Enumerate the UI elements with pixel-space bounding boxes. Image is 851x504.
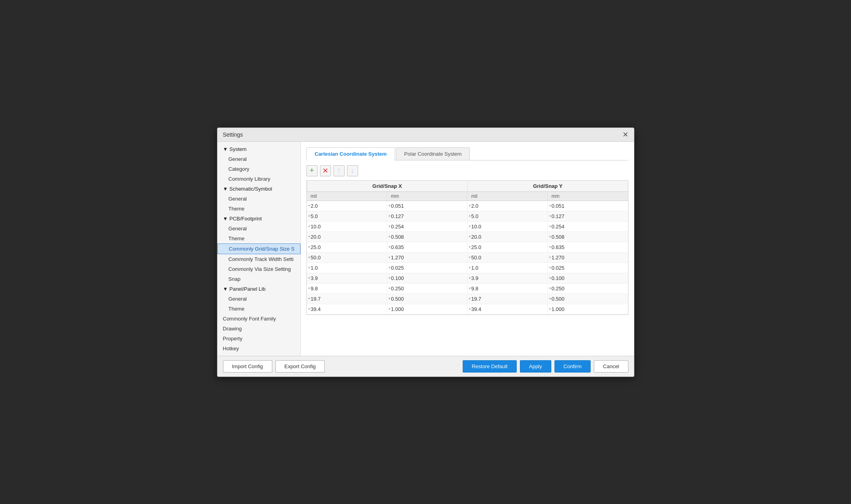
confirm-button[interactable]: Confirm	[554, 360, 591, 373]
cell-y_mm: ✦0.127	[548, 211, 628, 221]
cell-x_mm: ✦0.100	[387, 273, 467, 283]
header-grid-snap-y: Grid/Snap Y	[467, 181, 628, 191]
cell-x_mil: ✦9.8	[307, 284, 387, 294]
subheader-y-mil: mil	[467, 192, 548, 201]
sidebar-item-property[interactable]: Property	[217, 334, 300, 344]
settings-dialog: Settings ✕ ▼ SystemGeneralCategoryCommon…	[217, 127, 634, 377]
dialog-footer: Import Config Export Config Restore Defa…	[217, 356, 634, 377]
dialog-header: Settings ✕	[217, 128, 634, 142]
subheader-y-mm: mm	[548, 192, 628, 201]
cell-x_mm: ✦0.051	[387, 201, 467, 211]
sidebar: ▼ SystemGeneralCategoryCommonly Library▼…	[217, 142, 301, 356]
table-row: ✦1.0✦0.025✦1.0✦0.025	[307, 263, 628, 273]
cell-y_mil: ✦2.0	[467, 201, 548, 211]
cell-y_mil: ✦1.0	[467, 263, 548, 273]
cell-x_mm: ✦0.635	[387, 242, 467, 252]
cell-y_mm: ✦0.635	[548, 242, 628, 252]
cell-x_mil: ✦25.0	[307, 242, 387, 252]
table-row: ✦20.0✦0.508✦20.0✦0.508	[307, 232, 628, 242]
move-up-button[interactable]: ↑	[333, 165, 345, 176]
cell-y_mm: ✦0.051	[548, 201, 628, 211]
cell-x_mil: ✦19.7	[307, 294, 387, 304]
cell-y_mm: ✦0.508	[548, 232, 628, 242]
cell-x_mm: ✦1.270	[387, 253, 467, 263]
cell-y_mil: ✦10.0	[467, 222, 548, 232]
import-config-button[interactable]: Import Config	[223, 360, 272, 373]
tab-polar[interactable]: Polar Coordinate System	[396, 147, 470, 160]
move-down-button[interactable]: ↓	[347, 165, 358, 176]
sidebar-item-panel-general[interactable]: General	[217, 294, 300, 304]
cell-x_mil: ✦20.0	[307, 232, 387, 242]
cell-x_mm: ✦0.127	[387, 211, 467, 221]
cell-y_mil: ✦39.4	[467, 304, 548, 314]
sidebar-item-hotkey[interactable]: Hotkey	[217, 344, 300, 353]
cell-y_mil: ✦5.0	[467, 211, 548, 221]
delete-button[interactable]: ✕	[320, 165, 331, 176]
header-grid-snap-x: Grid/Snap X	[307, 181, 467, 191]
table-row: ✦10.0✦0.254✦10.0✦0.254	[307, 222, 628, 232]
sidebar-item-commonly-via-size[interactable]: Commonly Via Size Setting	[217, 264, 300, 274]
cell-x_mil: ✦1.0	[307, 263, 387, 273]
table-row: ✦2.0✦0.051✦2.0✦0.051	[307, 201, 628, 211]
sidebar-item-panel-panel-lib[interactable]: ▼ Panel/Panel Lib	[217, 284, 300, 294]
dialog-body: ▼ SystemGeneralCategoryCommonly Library▼…	[217, 142, 634, 356]
cell-y_mm: ✦0.500	[548, 294, 628, 304]
cancel-button[interactable]: Cancel	[594, 360, 628, 373]
cell-y_mm: ✦0.025	[548, 263, 628, 273]
dialog-title: Settings	[223, 131, 243, 138]
table-row: ✦3.9✦0.100✦3.9✦0.100	[307, 273, 628, 284]
toolbar: + ✕ ↑ ↓	[306, 165, 628, 176]
cell-y_mil: ✦25.0	[467, 242, 548, 252]
cell-x_mil: ✦39.4	[307, 304, 387, 314]
cell-x_mm: ✦0.500	[387, 294, 467, 304]
sidebar-item-schematic-general[interactable]: General	[217, 194, 300, 204]
sidebar-item-commonly-library[interactable]: Commonly Library	[217, 174, 300, 184]
cell-x_mil: ✦5.0	[307, 211, 387, 221]
sidebar-item-system-general[interactable]: General	[217, 154, 300, 164]
table-row: ✦9.8✦0.250✦9.8✦0.250	[307, 284, 628, 294]
sidebar-item-panel-theme[interactable]: Theme	[217, 304, 300, 314]
apply-button[interactable]: Apply	[520, 360, 551, 373]
cell-x_mm: ✦1.000	[387, 304, 467, 314]
restore-default-button[interactable]: Restore Default	[463, 360, 517, 373]
sidebar-item-commonly-font-family[interactable]: Commonly Font Family	[217, 314, 300, 324]
table-row: ✦50.0✦1.270✦50.0✦1.270	[307, 253, 628, 263]
cell-y_mm: ✦1.000	[548, 304, 628, 314]
sidebar-item-commonly-grid-snap[interactable]: Commonly Grid/Snap Size S	[217, 243, 300, 254]
cell-y_mm: ✦0.100	[548, 273, 628, 283]
cell-y_mm: ✦0.254	[548, 222, 628, 232]
sidebar-item-system-category[interactable]: Category	[217, 164, 300, 174]
cell-x_mil: ✦50.0	[307, 253, 387, 263]
sidebar-item-schematic-symbol[interactable]: ▼ Schematic/Symbol	[217, 184, 300, 194]
sidebar-item-schematic-theme[interactable]: Theme	[217, 204, 300, 214]
close-button[interactable]: ✕	[622, 131, 628, 138]
table-row: ✦25.0✦0.635✦25.0✦0.635	[307, 242, 628, 253]
sidebar-item-pcb-theme[interactable]: Theme	[217, 234, 300, 243]
export-config-button[interactable]: Export Config	[275, 360, 325, 373]
table-row: ✦39.4✦1.000✦39.4✦1.000	[307, 304, 628, 315]
sidebar-item-system[interactable]: ▼ System	[217, 144, 300, 154]
sidebar-item-commonly-track-width[interactable]: Commonly Track Width Setti	[217, 254, 300, 264]
cell-x_mm: ✦0.508	[387, 232, 467, 242]
cell-y_mil: ✦19.7	[467, 294, 548, 304]
cell-y_mm: ✦1.270	[548, 253, 628, 263]
sidebar-item-pcb-footprint[interactable]: ▼ PCB/Footprint	[217, 214, 300, 224]
footer-right: Restore Default Apply Confirm Cancel	[463, 360, 628, 373]
table-header: Grid/Snap X Grid/Snap Y	[307, 181, 628, 192]
sidebar-item-drawing[interactable]: Drawing	[217, 324, 300, 334]
cell-x_mm: ✦0.025	[387, 263, 467, 273]
table-row: ✦19.7✦0.500✦19.7✦0.500	[307, 294, 628, 304]
table-row: ✦5.0✦0.127✦5.0✦0.127	[307, 211, 628, 222]
sidebar-item-pcb-general[interactable]: General	[217, 224, 300, 234]
cell-y_mil: ✦9.8	[467, 284, 548, 294]
cell-x_mm: ✦0.254	[387, 222, 467, 232]
grid-table: Grid/Snap X Grid/Snap Y mil mm mil mm ✦2…	[306, 180, 628, 315]
sidebar-item-snap[interactable]: Snap	[217, 274, 300, 284]
add-button[interactable]: +	[306, 165, 318, 176]
cell-y_mil: ✦50.0	[467, 253, 548, 263]
footer-left: Import Config Export Config	[223, 360, 325, 373]
cell-x_mil: ✦3.9	[307, 273, 387, 283]
tab-cartesian[interactable]: Cartesian Coordinate System	[306, 147, 395, 160]
cell-x_mil: ✦2.0	[307, 201, 387, 211]
cell-y_mm: ✦0.250	[548, 284, 628, 294]
